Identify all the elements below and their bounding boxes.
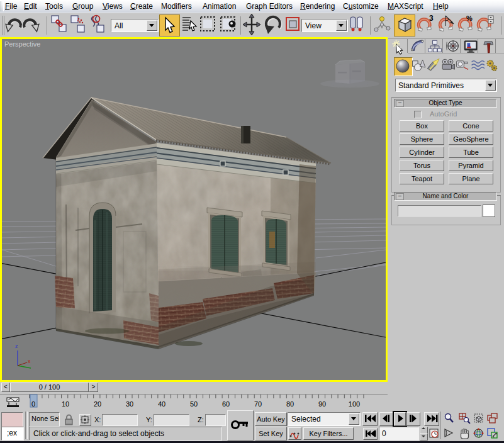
svg-text:40: 40 <box>158 400 165 408</box>
svg-text:100: 100 <box>349 400 360 408</box>
svg-text:50: 50 <box>190 400 198 408</box>
svg-text:80: 80 <box>286 400 294 408</box>
svg-text:z: z <box>15 343 18 349</box>
svg-text:30: 30 <box>126 400 133 408</box>
svg-text:70: 70 <box>254 400 262 408</box>
svg-text:60: 60 <box>222 400 230 408</box>
svg-text:x: x <box>28 358 31 364</box>
svg-text:20: 20 <box>94 400 101 408</box>
svg-text:10: 10 <box>62 400 69 408</box>
svg-text:%: % <box>466 14 473 22</box>
svg-text:0: 0 <box>31 400 35 408</box>
svg-text:3: 3 <box>429 14 434 23</box>
svg-text:90: 90 <box>318 400 326 408</box>
